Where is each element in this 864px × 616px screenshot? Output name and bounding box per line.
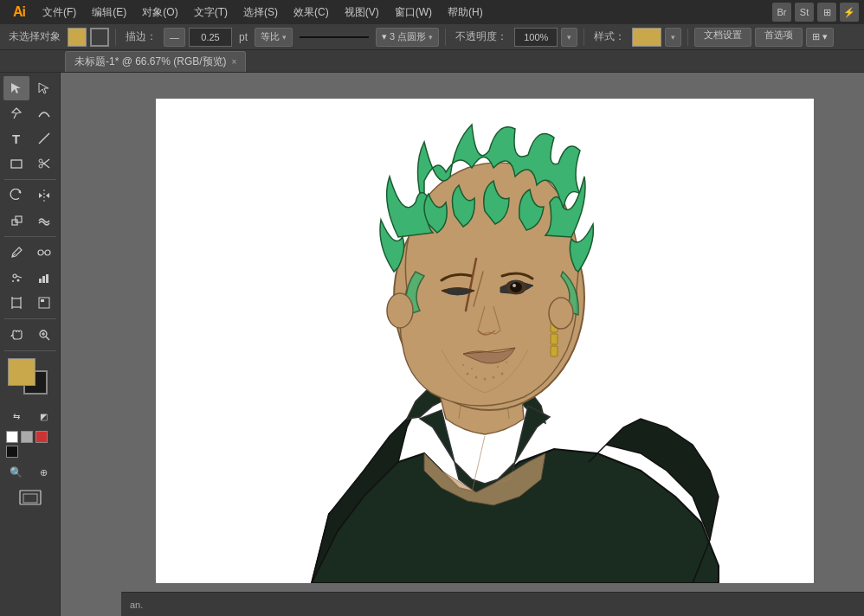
artboard-tools-row: [3, 291, 58, 315]
svg-point-48: [484, 378, 487, 381]
app-logo: Ai: [5, 0, 33, 24]
magnify-minus-btn[interactable]: 🔍: [3, 460, 29, 484]
sync-icon[interactable]: ⚡: [840, 3, 859, 22]
rotate-tool-btn[interactable]: [3, 183, 29, 208]
svg-point-53: [497, 366, 499, 368]
artboard-tool-btn[interactable]: [3, 291, 29, 315]
title-bar: Ai 文件(F) 编辑(E) 对象(O) 文字(T) 选择(S) 效果(C) 视…: [0, 0, 864, 24]
eyedropper-tools-row: [3, 241, 58, 265]
default-colors-btn[interactable]: ◩: [31, 404, 57, 428]
svg-rect-44: [551, 346, 558, 356]
style-chevron[interactable]: ▾: [665, 28, 681, 47]
hand-tool-btn[interactable]: [3, 323, 29, 347]
svg-rect-20: [12, 298, 21, 307]
stroke-label: 描边：: [122, 29, 160, 44]
svg-point-54: [506, 362, 507, 363]
stroke-width-input[interactable]: [189, 28, 232, 47]
doc-settings-btn[interactable]: 文档设置: [694, 28, 751, 47]
main-area: T: [0, 73, 864, 616]
menu-select[interactable]: 选择(S): [237, 3, 284, 22]
svg-rect-26: [41, 299, 44, 302]
svg-line-5: [42, 159, 49, 165]
document-tab[interactable]: 未标题-1* @ 66.67% (RGB/预览) ×: [65, 51, 246, 72]
type-tools-row: T: [3, 126, 58, 151]
symbol-tools-row: [3, 266, 58, 290]
opacity-chevron[interactable]: ▾: [561, 28, 577, 47]
svg-rect-17: [39, 279, 42, 283]
preferences-btn[interactable]: 首选项: [755, 28, 803, 47]
bottom-tool-row: [3, 485, 58, 510]
selection-tools-row: [3, 76, 58, 100]
svg-rect-19: [46, 274, 48, 283]
tab-bar: 未标题-1* @ 66.67% (RGB/预览) ×: [0, 50, 864, 73]
eyedropper-tool-btn[interactable]: [3, 241, 29, 265]
menu-help[interactable]: 帮助(H): [442, 3, 489, 22]
style-swatch[interactable]: [632, 28, 661, 47]
white-swatch[interactable]: [6, 431, 18, 443]
svg-line-4: [42, 162, 49, 168]
zoom-tool-btn[interactable]: [31, 323, 57, 347]
menu-text[interactable]: 文字(T): [188, 3, 234, 22]
scale-tool-btn[interactable]: [3, 209, 29, 233]
magnify-plus-btn[interactable]: ⊕: [31, 460, 57, 484]
status-text: an.: [130, 600, 143, 610]
separator-3: [584, 29, 584, 46]
extra-menu-btn[interactable]: ⊞ ▾: [806, 28, 834, 47]
curvature-tool-btn[interactable]: [31, 101, 57, 125]
swap-colors-btn[interactable]: ⇆: [3, 404, 29, 428]
layers-panel-btn[interactable]: [17, 485, 43, 510]
svg-rect-25: [39, 298, 49, 308]
direct-selection-tool-btn[interactable]: [31, 76, 57, 100]
menu-file[interactable]: 文件(F): [36, 3, 82, 22]
scissors-tool-btn[interactable]: [31, 151, 57, 176]
menu-view[interactable]: 视图(V): [339, 3, 385, 22]
svg-line-0: [39, 133, 49, 144]
bridge-icon[interactable]: Br: [772, 3, 791, 22]
gray-swatch[interactable]: [21, 431, 33, 443]
stroke-type-dropdown[interactable]: —: [164, 28, 185, 47]
line-tool-btn[interactable]: [31, 126, 57, 151]
brush-dropdown[interactable]: ▾ 3 点圆形 ▾: [376, 28, 439, 47]
mirror-tool-btn[interactable]: [31, 183, 57, 208]
svg-point-16: [12, 280, 14, 282]
svg-point-14: [13, 274, 16, 278]
symbol-sprayer-btn[interactable]: [3, 266, 29, 290]
tool-divider-2: [4, 236, 56, 237]
scale-tools-row: [3, 209, 58, 233]
selection-tool-btn[interactable]: [3, 76, 29, 100]
svg-point-51: [462, 364, 464, 366]
title-right-icons: Br St ⊞ ⚡: [772, 3, 859, 22]
menu-edit[interactable]: 编辑(E): [86, 3, 132, 22]
stroke-color-box[interactable]: [90, 28, 109, 47]
navigate-tools-row: [3, 323, 58, 347]
stock-icon[interactable]: St: [795, 3, 814, 22]
character-illustration: [156, 99, 814, 583]
tab-close-btn[interactable]: ×: [232, 57, 237, 67]
pen-tools-row: [3, 101, 58, 125]
foreground-color-swatch[interactable]: [8, 358, 35, 386]
color-swatches-area: [3, 358, 58, 400]
opacity-label: 不透明度：: [452, 29, 511, 44]
mini-swatches: [3, 429, 58, 459]
canvas-area[interactable]: an.: [61, 73, 864, 616]
svg-point-41: [387, 293, 413, 328]
menu-object[interactable]: 对象(O): [136, 3, 184, 22]
opacity-input[interactable]: [514, 28, 558, 47]
menu-window[interactable]: 窗口(W): [389, 3, 438, 22]
red-swatch[interactable]: [35, 431, 48, 443]
navigate2-tool-btn[interactable]: [31, 291, 57, 315]
pen-tool-btn[interactable]: [3, 101, 29, 125]
warp-tool-btn[interactable]: [31, 209, 57, 233]
rectangle-tool-btn[interactable]: [3, 151, 29, 176]
graph-tool-btn[interactable]: [31, 266, 57, 290]
menu-effect[interactable]: 效果(C): [287, 3, 335, 22]
tab-title: 未标题-1* @ 66.67% (RGB/预览): [74, 55, 227, 69]
blend-tool-btn[interactable]: [31, 241, 57, 265]
constrain-btn[interactable]: 等比 ▾: [255, 28, 293, 47]
layout-icon[interactable]: ⊞: [817, 3, 836, 22]
type-tool-btn[interactable]: T: [3, 126, 29, 151]
tool-divider-4: [4, 350, 56, 351]
black-swatch[interactable]: [6, 446, 18, 458]
separator-4: [687, 29, 688, 46]
fill-color-swatch[interactable]: [68, 28, 87, 47]
